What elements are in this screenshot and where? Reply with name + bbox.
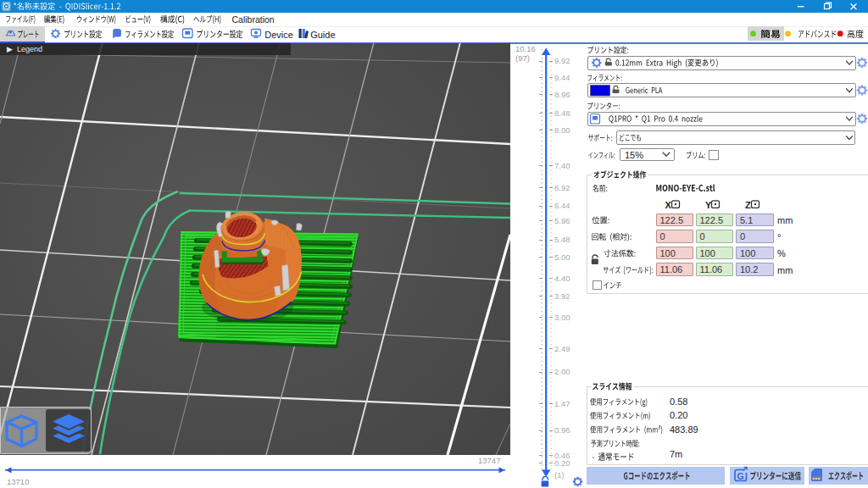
svg-text:G: G	[737, 471, 744, 481]
